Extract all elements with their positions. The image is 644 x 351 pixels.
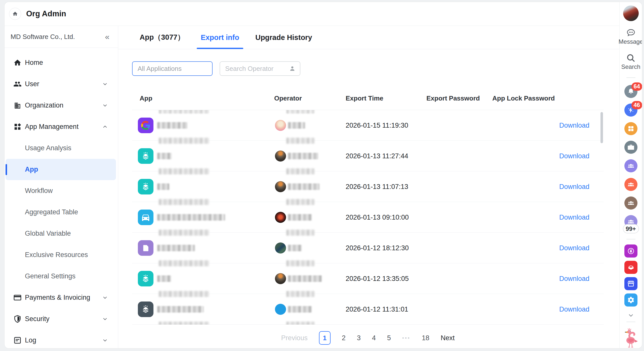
- sidebar: MD Software Co., Ltd. « HomeUserOrganiza…: [5, 26, 118, 348]
- user-avatar[interactable]: [623, 6, 639, 21]
- table-row: 2026-01-12 18:12:30Download: [132, 233, 604, 263]
- table-row: 2026-01-12 13:35:05Download: [132, 263, 604, 294]
- notification-badge: 46: [631, 101, 642, 109]
- download-link[interactable]: Download: [559, 213, 589, 221]
- pagination-page-1[interactable]: 1: [319, 331, 331, 345]
- pagination: Previous12345•••18Next: [132, 331, 604, 345]
- tab-bar: App（3077）Export infoUpgrade History: [118, 26, 619, 49]
- sidebar-item-app[interactable]: App: [6, 159, 116, 180]
- chevron-down-icon[interactable]: [628, 312, 634, 319]
- operator-avatar: [275, 120, 286, 131]
- table-row: 2026-01-15 11:19:30Download: [132, 110, 604, 141]
- rail-app-team-icon[interactable]: [624, 159, 637, 172]
- sidebar-item-general-settings[interactable]: General Settings: [5, 266, 118, 287]
- home-icon: [13, 59, 22, 67]
- pagination-next[interactable]: Next: [441, 334, 455, 342]
- blurred-text-line2: [159, 260, 209, 266]
- pagination-page-4[interactable]: 4: [372, 334, 376, 342]
- download-link[interactable]: Download: [559, 183, 589, 190]
- chevron-down-icon: [102, 295, 108, 300]
- export-time: 2026-01-13 09:10:00: [346, 213, 409, 221]
- export-time: 2026-01-15 11:19:30: [346, 121, 408, 129]
- export-time: 2026-01-12 13:35:05: [346, 275, 409, 282]
- blurred-text-line2: [159, 291, 209, 297]
- pagination-page-5[interactable]: 5: [387, 334, 391, 342]
- app-tile-stack-icon: [138, 179, 153, 194]
- download-link[interactable]: Download: [559, 305, 589, 313]
- overflow-count-badge: 99+: [623, 224, 639, 233]
- pagination-page-3[interactable]: 3: [357, 334, 361, 342]
- sidebar-item-exclusive-resources[interactable]: Exclusive Resources: [5, 244, 118, 266]
- sidebar-item-workflow[interactable]: Workflow: [5, 180, 118, 202]
- column-header-app-lock-password: App Lock Password: [492, 94, 555, 102]
- blurred-text-line2: [286, 291, 314, 297]
- blurred-text-line2: [286, 230, 314, 236]
- app-tile-google-icon: [138, 118, 153, 133]
- org-name: MD Software Co., Ltd.: [11, 33, 105, 41]
- rail-app-bell-icon[interactable]: 64: [624, 85, 637, 98]
- rail-divider: [626, 322, 635, 322]
- download-link[interactable]: Download: [559, 275, 589, 282]
- download-link[interactable]: Download: [559, 152, 589, 160]
- chevron-down-icon: [102, 337, 108, 343]
- vertical-scrollbar[interactable]: [600, 112, 603, 143]
- pagination-previous[interactable]: Previous: [281, 334, 308, 342]
- pagination-page-18[interactable]: 18: [422, 334, 429, 342]
- sidebar-item-label: User: [25, 80, 39, 88]
- rail-app-briefcase-icon[interactable]: [624, 141, 637, 154]
- blurred-text-line2: [159, 138, 209, 144]
- rail-app-team-icon[interactable]: [624, 178, 637, 191]
- search-entry[interactable]: Search: [621, 53, 640, 70]
- tab-upgrade-history[interactable]: Upgrade History: [255, 26, 312, 49]
- rail-app-app-grid-icon[interactable]: [624, 122, 637, 135]
- blurred-text-line2: [286, 138, 314, 144]
- sidebar-item-security[interactable]: Security: [5, 308, 118, 330]
- pagination-page-2[interactable]: 2: [342, 334, 346, 342]
- blurred-app-name: [157, 275, 171, 282]
- rail-app-gear-icon[interactable]: [624, 293, 637, 307]
- pagination-ellipsis: •••: [402, 335, 411, 341]
- message-icon: [626, 28, 636, 38]
- home-button[interactable]: [9, 8, 21, 20]
- blurred-text-line2: [159, 168, 209, 174]
- blurred-operator-name: [288, 153, 318, 159]
- download-link[interactable]: Download: [559, 244, 589, 252]
- download-link[interactable]: Download: [559, 121, 589, 129]
- app-filter-select[interactable]: All Applications: [132, 61, 213, 76]
- blurred-text-line2: [159, 230, 209, 236]
- tab-export-info[interactable]: Export info: [201, 26, 239, 49]
- sidebar-item-payments-invoicing[interactable]: Payments & Invoicing: [5, 287, 118, 308]
- sidebar-item-organization[interactable]: Organization: [5, 95, 118, 116]
- sidebar-item-home[interactable]: Home: [5, 52, 118, 73]
- flamingo-mascot-image: [622, 325, 639, 348]
- sidebar-item-label: Usage Analysis: [25, 144, 71, 152]
- rail-app-lego-brick-icon[interactable]: [624, 261, 637, 274]
- sidebar-item-user[interactable]: User: [5, 73, 118, 95]
- main-panel: App（3077）Export infoUpgrade History All …: [118, 26, 619, 348]
- building-icon: [13, 101, 22, 110]
- rail-app-team-icon[interactable]: [624, 196, 637, 210]
- blurred-app-name: [157, 245, 195, 251]
- rail-app-storefront-icon[interactable]: [624, 277, 637, 290]
- operator-avatar: [275, 273, 286, 284]
- sidebar-item-label: Log: [25, 336, 36, 344]
- operator-search-input[interactable]: [225, 65, 289, 73]
- collapse-sidebar-icon[interactable]: «: [105, 33, 109, 41]
- log-icon: [13, 336, 22, 344]
- home-icon: [12, 11, 18, 17]
- topbar: Org Admin: [5, 2, 619, 26]
- sidebar-item-usage-analysis[interactable]: Usage Analysis: [5, 137, 118, 159]
- rail-app-lightning-icon[interactable]: 46: [624, 104, 637, 117]
- tab-app-3077[interactable]: App（3077）: [140, 26, 185, 49]
- sidebar-item-aggregated-table[interactable]: Aggregated Table: [5, 202, 118, 223]
- message-entry[interactable]: Message: [619, 28, 642, 45]
- sidebar-item-global-variable[interactable]: Global Variable: [5, 223, 118, 244]
- blurred-operator-name: [288, 183, 319, 190]
- sidebar-item-app-management[interactable]: App Management: [5, 116, 118, 137]
- app-tile-stack-icon: [138, 302, 153, 317]
- operator-search-box: [220, 61, 300, 76]
- rail-app-yen-coin-icon[interactable]: [624, 244, 637, 258]
- blurred-text-line2: [286, 199, 314, 205]
- column-header-app: App: [140, 94, 152, 102]
- sidebar-item-log[interactable]: Log: [5, 330, 118, 348]
